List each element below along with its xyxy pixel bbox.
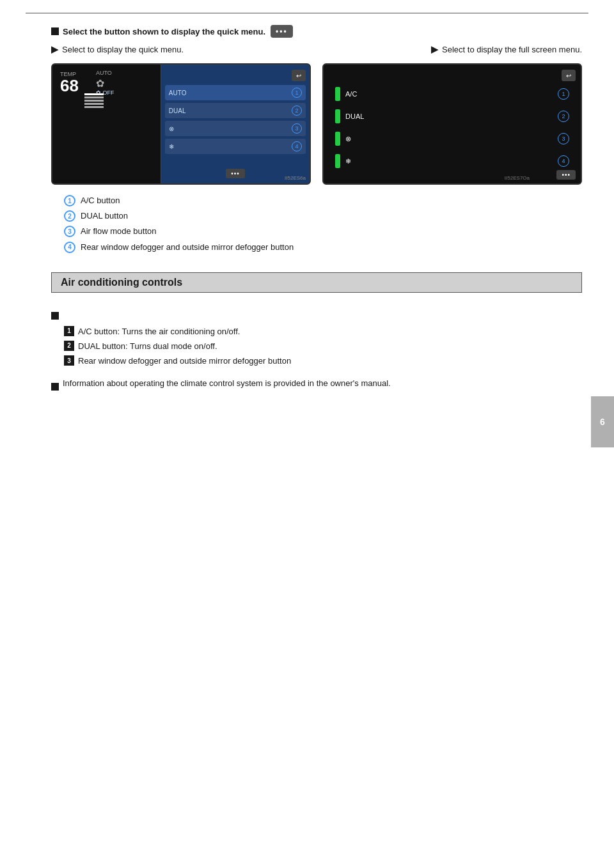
section-divider (26, 13, 588, 13)
section-header: Select the button shown to display the q… (51, 25, 582, 38)
num-item-text-4: Rear window defogger and outside mirror … (81, 242, 294, 253)
main-content: Select the button shown to display the q… (0, 25, 614, 396)
temp-area: TEMP 68 (60, 71, 79, 94)
mode-line-1 (84, 93, 104, 95)
circle-num-4: 4 (64, 242, 75, 253)
mode-lines (84, 93, 104, 108)
fan-icon: ✿ (96, 77, 114, 89)
sr-indicator-4 (335, 154, 340, 168)
arrow-left-label: Select to display the quick menu. (62, 45, 184, 54)
auto-label: AUTO (96, 70, 114, 76)
badge-items-list: 1 A/C button: Turns the air conditioning… (51, 326, 582, 368)
arrow-left-symbol: ▶ (51, 44, 58, 54)
ac-second-bullet-text: Information about operating the climate … (63, 377, 391, 391)
circle-num-3: 3 (64, 226, 75, 237)
num-item-4: 4 Rear window defogger and outside mirro… (64, 242, 582, 253)
temp-value: 68 (60, 77, 79, 94)
arrow-right-symbol: ▶ (431, 44, 438, 54)
num-item-text-3: Air flow mode button (81, 226, 157, 237)
num-item-3: 3 Air flow mode button (64, 226, 582, 237)
badge-item-text-2: DUAL button: Turns dual mode on/off. (78, 341, 217, 352)
sr-row-ac: A/C 1 (329, 84, 576, 104)
ac-header-bar: Air conditioning controls (51, 272, 582, 293)
screen-left-content: TEMP 68 AUTO ✿ ✿ OFF (52, 65, 310, 183)
num-item-text-1: A/C button (81, 195, 120, 206)
menu-item-4-num: 4 (292, 141, 302, 151)
mode-line-2 (84, 97, 104, 98)
menu-item-4[interactable]: ❄ 4 (165, 139, 306, 154)
chapter-number: 6 (600, 417, 605, 427)
circle-num-2: 2 (64, 210, 75, 222)
sr-label-4: ❄ (345, 157, 351, 166)
sr-num-dual: 2 (558, 111, 569, 122)
menu-item-auto[interactable]: AUTO 1 (165, 85, 306, 100)
screen-left: TEMP 68 AUTO ✿ ✿ OFF (51, 63, 311, 185)
auto-label-area: AUTO ✿ ✿ OFF (96, 70, 114, 96)
menu-item-3-label: ⊗ (169, 125, 174, 132)
menu-item-dual-num: 2 (292, 105, 302, 116)
sr-row-3: ⊗ 3 (329, 128, 576, 149)
ac-section-title: Air conditioning controls (61, 277, 182, 288)
arrow-left: ▶ Select to display the quick menu. (51, 44, 184, 54)
screen-right: ↩ A/C 1 DUAL (322, 63, 582, 185)
menu-item-4-label: ❄ (169, 143, 174, 150)
mode-line-3 (84, 100, 104, 102)
screen-right-content: ↩ A/C 1 DUAL (324, 65, 581, 183)
section-intro-text: Select the button shown to display the q… (63, 27, 265, 36)
arrows-row: ▶ Select to display the quick menu. ▶ Se… (51, 44, 582, 54)
mode-line-4 (84, 103, 104, 105)
dots-label-left: ••• (231, 170, 240, 177)
sr-indicator-3 (335, 132, 340, 146)
badge-item-text-3: Rear window defogger and outside mirror … (78, 355, 291, 367)
num-item-2: 2 DUAL button (64, 210, 582, 222)
badge-item-text-1: A/C button: Turns the air conditioning o… (78, 326, 240, 337)
menu-item-auto-num: 1 (292, 88, 302, 98)
sr-indicator-ac (335, 87, 340, 101)
page-container: 6 Select the button shown to display the… (0, 0, 614, 868)
ac-second-bullet-icon (51, 383, 59, 391)
sr-num-3: 3 (558, 133, 569, 144)
watermark-left: II52ES6a (285, 175, 306, 181)
menu-item-3[interactable]: ⊗ 3 (165, 121, 306, 136)
sr-row-dual: DUAL 2 (329, 106, 576, 127)
badge-item-3: 3 Rear window defogger and outside mirro… (64, 355, 582, 367)
ac-section: Air conditioning controls 1 A/C button: … (51, 262, 582, 396)
ac-second-bullet-header: Information about operating the climate … (51, 377, 582, 396)
quick-menu-section: Select the button shown to display the q… (51, 25, 582, 253)
screenshots-row: TEMP 68 AUTO ✿ ✿ OFF (51, 63, 582, 185)
sr-dots-btn[interactable]: ••• (556, 170, 576, 180)
arrow-right-label: Select to display the full screen menu. (442, 45, 582, 54)
numbered-list: 1 A/C button 2 DUAL button 3 Air flow mo… (64, 195, 582, 253)
ac-bullet-icon (51, 312, 59, 320)
sr-label-3: ⊗ (345, 135, 351, 143)
black-badge-2: 2 (64, 341, 74, 351)
arrow-right: ▶ Select to display the full screen menu… (431, 44, 582, 54)
sr-label-ac: A/C (345, 90, 357, 98)
sr-label-dual: DUAL (345, 112, 364, 120)
back-button[interactable]: ↩ (292, 70, 306, 81)
sr-back-button[interactable]: ↩ (562, 70, 576, 81)
num-item-text-2: DUAL button (81, 210, 128, 222)
dots-btn-screen-left[interactable]: ••• (226, 169, 245, 178)
watermark-right: II52ES7Oa (505, 175, 530, 181)
menu-item-dual-label: DUAL (169, 107, 186, 114)
sr-row-4: ❄ 4 (329, 151, 576, 171)
ac-bullet-header (51, 312, 582, 320)
badge-item-2: 2 DUAL button: Turns dual mode on/off. (64, 341, 582, 352)
menu-item-auto-label: AUTO (169, 89, 187, 97)
quick-menu-panel: ↩ AUTO 1 DUAL 2 ⊗ 3 (161, 65, 310, 183)
sr-dots-label: ••• (562, 171, 571, 178)
menu-item-dual[interactable]: DUAL 2 (165, 103, 306, 118)
menu-item-3-num: 3 (292, 123, 302, 134)
sr-indicator-dual (335, 109, 340, 123)
num-item-1: 1 A/C button (64, 195, 582, 206)
mode-line-5 (84, 106, 104, 108)
dots-button-label: ••• (276, 27, 288, 36)
dots-button[interactable]: ••• (271, 25, 293, 38)
sr-num-ac: 1 (558, 88, 569, 100)
circle-num-1: 1 (64, 195, 75, 206)
chapter-tab: 6 (591, 396, 614, 447)
bullet-icon (51, 27, 59, 35)
sr-num-4: 4 (558, 155, 569, 167)
black-badge-3: 3 (64, 355, 74, 366)
